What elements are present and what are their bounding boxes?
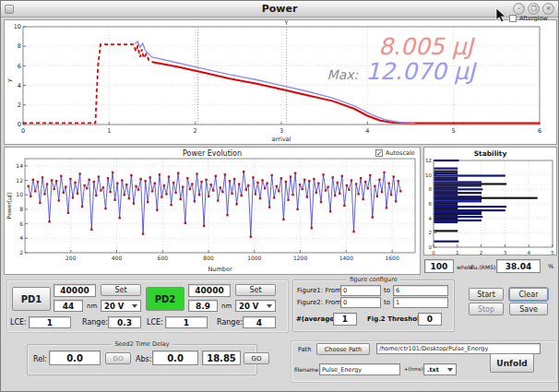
max-energy-value: 12.070 µJ xyxy=(365,58,475,85)
pd2-voltage-value: 20 V xyxy=(239,302,258,311)
pd1-voltage-select[interactable]: 20 V xyxy=(101,300,141,312)
extension-select[interactable]: .txt xyxy=(423,363,457,375)
clear-button[interactable]: Clear xyxy=(509,288,548,301)
stability-plot-panel: 012345024681012 Stability xyxy=(423,147,557,255)
rms-value-field[interactable]: 38.04 xyxy=(496,259,541,273)
save-button[interactable]: Save xyxy=(509,303,548,315)
svg-text:4: 4 xyxy=(527,250,530,255)
figure2-from-field[interactable]: 0 xyxy=(340,297,381,308)
top-plot-panel: 01234560246810Yarrivaly 8.005 µJ Max: 12… xyxy=(4,19,557,145)
rel-go-button[interactable]: GO xyxy=(105,352,131,364)
stop-button[interactable]: Stop xyxy=(469,303,504,315)
svg-text:10: 10 xyxy=(16,191,23,197)
path-label: Path xyxy=(298,346,311,353)
unfold-button[interactable]: Unfold xyxy=(490,353,534,373)
afterglow-checkbox[interactable]: Afterglow xyxy=(509,15,548,22)
svg-text:8: 8 xyxy=(19,206,23,212)
abs-go-button[interactable]: GO xyxy=(244,352,269,364)
figure2-to-field[interactable]: 1 xyxy=(393,297,448,308)
pd1-lce-field[interactable]: 1 xyxy=(29,316,71,328)
svg-text:4: 4 xyxy=(429,216,433,221)
current-energy-readout: 8.005 µJ xyxy=(378,33,473,60)
svg-text:1: 1 xyxy=(456,250,459,255)
pd2-count-field[interactable]: 40000 xyxy=(188,284,231,297)
pd2-range-field[interactable]: 4 xyxy=(243,316,276,328)
app-icon xyxy=(5,5,14,14)
figure2-to-label: to xyxy=(384,299,390,306)
svg-text:1600: 1600 xyxy=(385,255,398,261)
svg-text:Number: Number xyxy=(208,266,232,273)
current-energy-value: 8.005 xyxy=(378,33,445,60)
filename-field[interactable]: Pulse_Energy xyxy=(319,363,400,375)
window-title: Power xyxy=(262,3,298,15)
svg-text:5: 5 xyxy=(452,127,456,135)
start-button[interactable]: Start xyxy=(469,288,504,301)
svg-text:5: 5 xyxy=(551,250,554,255)
svg-text:3: 3 xyxy=(280,127,283,135)
extension-value: .txt xyxy=(427,366,439,374)
threshold-field[interactable]: 0 xyxy=(418,313,442,326)
titlebar[interactable]: Power – □ × xyxy=(1,1,558,18)
figure1-from-field[interactable]: 0 xyxy=(340,285,381,296)
pd2-voltage-select[interactable]: 20 V xyxy=(235,300,276,312)
figure1-to-field[interactable]: 6 xyxy=(393,285,448,296)
figure-configure-legend: figure configure xyxy=(346,276,400,283)
pd2-wavelength-field[interactable]: 8.9 xyxy=(188,300,218,312)
average-field[interactable]: 1 xyxy=(333,313,357,326)
pd1-lce-label: LCE: xyxy=(10,318,27,327)
svg-text:1200: 1200 xyxy=(293,255,307,261)
svg-text:Y: Y xyxy=(284,20,289,27)
chevron-down-icon xyxy=(267,304,272,308)
svg-text:6: 6 xyxy=(429,201,433,207)
pd1-set-button[interactable]: Set xyxy=(101,284,141,296)
minimize-icon[interactable]: – xyxy=(513,3,525,15)
svg-text:2: 2 xyxy=(480,250,483,255)
pd1-nm-label: nm xyxy=(87,303,97,310)
abs-delay-field[interactable]: 0.0 xyxy=(152,350,198,365)
rms-label: flu.(RMS): xyxy=(470,264,497,270)
autoscale-label: Autoscale xyxy=(386,149,415,157)
evolution-plot-canvas: 20040060080010001200140016002468101214Nu… xyxy=(5,148,420,274)
stability-plot-title: Stability xyxy=(424,149,556,158)
pd1-count-field[interactable]: 40000 xyxy=(54,284,96,297)
abs-position-field[interactable]: 18.85 xyxy=(202,350,241,365)
max-label: Max: xyxy=(327,67,359,82)
choose-path-button[interactable]: Choose Path xyxy=(316,343,370,355)
chevron-down-icon xyxy=(132,304,137,308)
rel-delay-field[interactable]: 0.0 xyxy=(49,350,101,365)
pd1-range-field[interactable]: 0.3 xyxy=(108,316,141,328)
autoscale-checkbox-box[interactable] xyxy=(375,149,383,157)
pd2-set-button[interactable]: Set xyxy=(235,284,276,296)
pd1-wavelength-field[interactable]: 44 xyxy=(54,300,83,312)
pd2-button[interactable]: PD2 xyxy=(146,287,184,311)
svg-text:4: 4 xyxy=(19,234,23,241)
figure1-from-label: Figure1: From xyxy=(297,287,341,294)
afterglow-checkbox-box[interactable] xyxy=(509,15,517,22)
maximize-icon[interactable]: □ xyxy=(528,3,540,15)
svg-text:800: 800 xyxy=(203,255,214,261)
close-icon[interactable]: × xyxy=(542,3,554,15)
svg-text:1: 1 xyxy=(107,127,111,135)
percent-label: % xyxy=(548,263,553,270)
pd1-range-label: Range: xyxy=(82,318,108,327)
svg-text:6: 6 xyxy=(538,127,541,135)
svg-text:arrival: arrival xyxy=(272,136,291,143)
svg-text:2: 2 xyxy=(429,230,433,235)
svg-text:12: 12 xyxy=(16,177,23,184)
svg-text:1400: 1400 xyxy=(339,255,353,261)
autoscale-checkbox[interactable]: Autoscale xyxy=(375,149,415,157)
stability-plot-canvas: 012345024681012 xyxy=(424,148,556,255)
svg-text:14: 14 xyxy=(16,162,23,169)
svg-text:Power[µJ]: Power[µJ] xyxy=(6,193,13,219)
pd1-button[interactable]: PD1 xyxy=(12,287,51,311)
svg-text:6: 6 xyxy=(18,63,21,70)
svg-text:6: 6 xyxy=(19,220,23,227)
power-window: Power – □ × 01234560246810Yarrivaly 8.00… xyxy=(0,0,559,392)
svg-text:0: 0 xyxy=(432,250,435,255)
svg-text:1000: 1000 xyxy=(247,255,261,261)
svg-text:10: 10 xyxy=(425,172,432,178)
stability-count-field[interactable]: 100 xyxy=(424,259,454,273)
svg-text:y: y xyxy=(6,78,13,82)
chevron-down-icon xyxy=(447,368,453,372)
pd2-lce-field[interactable]: 1 xyxy=(165,316,208,328)
